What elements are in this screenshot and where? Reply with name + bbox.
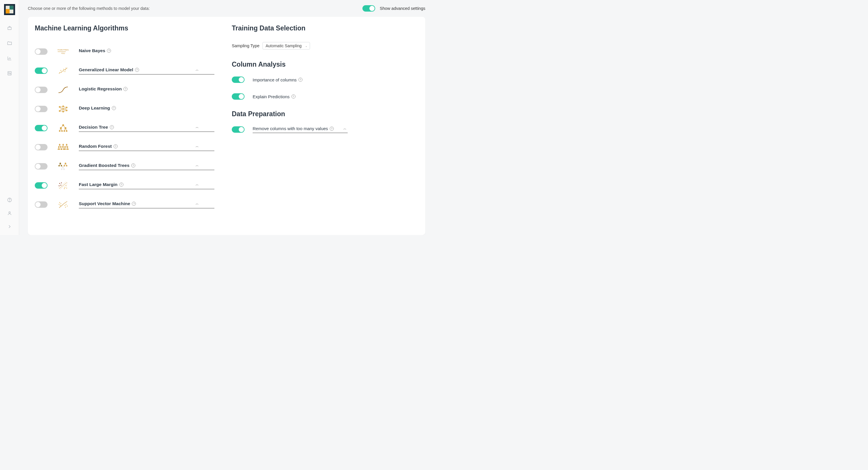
- sampling-value: Automatic Sampling: [266, 43, 302, 48]
- help-tooltip-icon[interactable]: ?: [131, 163, 135, 167]
- algorithm-row-svm: Support Vector Machine?︿: [35, 195, 214, 214]
- algorithm-toggle-flm[interactable]: [35, 182, 48, 189]
- chevron-up-icon[interactable]: ︿: [194, 125, 200, 129]
- svg-point-93: [64, 165, 65, 166]
- algorithm-toggle-random-forest[interactable]: [35, 144, 48, 150]
- help-tooltip-icon[interactable]: ?: [330, 127, 334, 131]
- folder-icon[interactable]: [7, 40, 12, 46]
- svg-point-105: [59, 185, 60, 186]
- briefcase-icon[interactable]: [7, 26, 12, 31]
- help-tooltip-icon[interactable]: ?: [114, 144, 118, 148]
- algorithm-label: Decision Tree?: [79, 125, 114, 130]
- svg-point-36: [63, 111, 64, 113]
- help-tooltip-icon[interactable]: ?: [110, 125, 114, 129]
- svg-point-10: [9, 212, 10, 213]
- svg-point-82: [65, 149, 66, 150]
- algorithm-row-random-forest: Random Forest?︿: [35, 138, 214, 157]
- svg-point-45: [63, 125, 64, 126]
- svg-point-118: [67, 206, 68, 207]
- algorithm-label-wrap[interactable]: Random Forest?︿: [79, 144, 214, 151]
- svg-point-117: [65, 207, 66, 208]
- algorithm-toggle-naive-bayes[interactable]: [35, 49, 48, 55]
- instruction-text: Choose one or more of the following meth…: [28, 6, 150, 11]
- help-icon[interactable]: [7, 197, 12, 202]
- svg-point-79: [61, 149, 62, 150]
- help-tooltip-icon[interactable]: ?: [107, 49, 111, 53]
- advanced-settings-toggle[interactable]: [363, 5, 375, 11]
- chevron-up-icon[interactable]: ︿: [194, 182, 200, 187]
- remove-cols-toggle[interactable]: [232, 126, 245, 133]
- chevron-up-icon[interactable]: ︿: [194, 163, 200, 167]
- algorithm-toggle-gbt[interactable]: [35, 163, 48, 169]
- chevron-right-icon[interactable]: [7, 224, 12, 229]
- svg-point-92: [65, 163, 66, 164]
- help-tooltip-icon[interactable]: ?: [299, 77, 303, 82]
- algorithm-label: Random Forest?: [79, 144, 118, 149]
- importance-toggle[interactable]: [232, 76, 245, 83]
- svg-point-68: [63, 144, 64, 145]
- svg-point-37: [66, 107, 67, 108]
- algorithm-row-glm: Generalized Linear Model?︿: [35, 61, 214, 80]
- help-tooltip-icon[interactable]: ?: [291, 94, 296, 98]
- gbt-icon: [56, 160, 71, 172]
- help-tooltip-icon[interactable]: ?: [112, 106, 116, 110]
- svg-point-51: [66, 130, 67, 131]
- algorithm-label-wrap[interactable]: Support Vector Machine?︿: [79, 201, 214, 208]
- svg-point-108: [66, 185, 67, 186]
- help-tooltip-icon[interactable]: ?: [123, 87, 127, 91]
- svg-point-114: [59, 204, 60, 205]
- explain-label: Explain Predictions ?: [253, 94, 296, 99]
- main-content: Choose one or more of the following meth…: [19, 0, 434, 235]
- right-column: Training Data Selection Sampling Type Au…: [232, 24, 348, 226]
- algorithm-toggle-logistic[interactable]: [35, 87, 48, 93]
- svg-point-88: [59, 165, 60, 166]
- importance-row: Importance of columns ?: [232, 76, 348, 83]
- algorithm-label-wrap[interactable]: Generalized Linear Model?︿: [79, 67, 214, 74]
- sidebar: [0, 0, 19, 235]
- svg-point-74: [65, 146, 66, 148]
- chart-icon[interactable]: [7, 56, 12, 61]
- remove-cols-label: Remove columns with too many values ?: [253, 126, 334, 131]
- svg-point-112: [61, 203, 61, 204]
- algorithm-toggle-deep-learning[interactable]: [35, 106, 48, 112]
- algorithm-row-decision-tree: Decision Tree?︿: [35, 119, 214, 138]
- user-icon[interactable]: [7, 211, 12, 216]
- sampling-row: Sampling Type Automatic Sampling ⌄: [232, 42, 348, 50]
- svg-point-111: [59, 202, 60, 203]
- logistic-icon: [56, 84, 71, 96]
- random-forest-icon: [56, 142, 71, 153]
- algorithm-toggle-glm[interactable]: [35, 67, 48, 74]
- svm-icon: [56, 199, 71, 210]
- algorithm-toggle-decision-tree[interactable]: [35, 125, 48, 131]
- sliders-icon[interactable]: [7, 71, 12, 76]
- svg-point-110: [64, 188, 65, 189]
- svg-point-77: [59, 149, 60, 150]
- algorithm-label-wrap: Naive Bayes?: [79, 48, 214, 55]
- algorithm-row-naive-bayes: P(A|B)=P(B|A)P(A)Naive Bayes?: [35, 42, 214, 61]
- help-tooltip-icon[interactable]: ?: [132, 202, 136, 206]
- chevron-up-icon[interactable]: ︿: [194, 144, 200, 148]
- svg-point-72: [62, 146, 63, 148]
- svg-point-67: [59, 144, 60, 145]
- algorithm-row-logistic: Logistic Regression?: [35, 80, 214, 99]
- algorithm-label-wrap[interactable]: Decision Tree?︿: [79, 125, 214, 132]
- svg-point-94: [66, 165, 67, 166]
- svg-point-97: [62, 166, 63, 167]
- chevron-up-icon[interactable]: ︿: [194, 67, 200, 72]
- chevron-down-icon: ⌄: [305, 44, 307, 48]
- svg-point-35: [63, 108, 64, 110]
- settings-card: Machine Learning Algorithms P(A|B)=P(B|A…: [28, 17, 425, 235]
- algorithm-label: Support Vector Machine?: [79, 201, 136, 206]
- chevron-up-icon[interactable]: ︿: [342, 126, 348, 131]
- algorithm-label-wrap[interactable]: Fast Large Margin?︿: [79, 182, 214, 189]
- algorithm-toggle-svm[interactable]: [35, 201, 48, 208]
- svg-rect-2: [5, 9, 9, 13]
- algorithm-label-wrap[interactable]: Gradient Boosted Trees?︿: [79, 163, 214, 170]
- chevron-up-icon[interactable]: ︿: [194, 201, 200, 206]
- help-tooltip-icon[interactable]: ?: [135, 68, 139, 72]
- svg-point-13: [61, 72, 62, 73]
- explain-toggle[interactable]: [232, 93, 245, 100]
- sampling-select[interactable]: Automatic Sampling ⌄: [262, 42, 310, 50]
- help-tooltip-icon[interactable]: ?: [119, 183, 123, 187]
- svg-point-104: [61, 185, 61, 186]
